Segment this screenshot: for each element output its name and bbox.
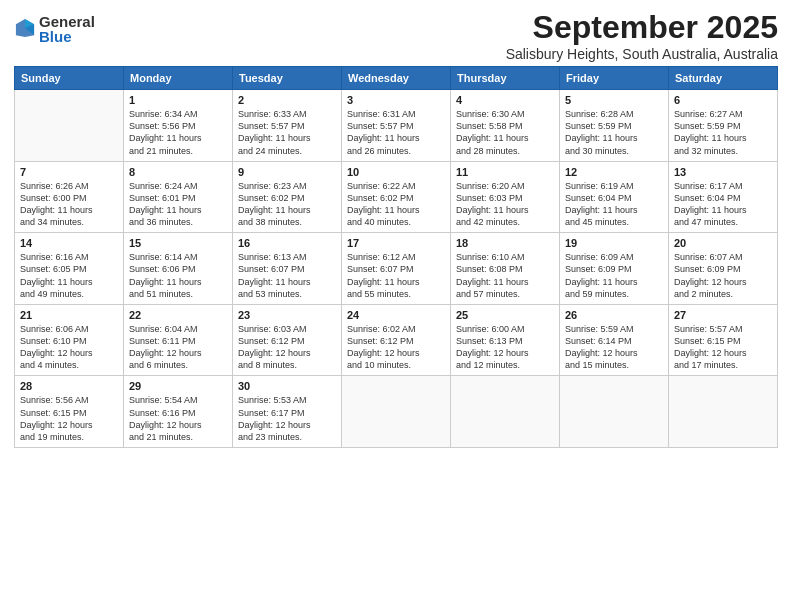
day-number: 23 bbox=[238, 309, 336, 321]
calendar-cell: 22Sunrise: 6:04 AMSunset: 6:11 PMDayligh… bbox=[124, 304, 233, 376]
day-info: Sunrise: 6:34 AMSunset: 5:56 PMDaylight:… bbox=[129, 108, 227, 157]
calendar-cell: 21Sunrise: 6:06 AMSunset: 6:10 PMDayligh… bbox=[15, 304, 124, 376]
day-number: 29 bbox=[129, 380, 227, 392]
calendar-header-wednesday: Wednesday bbox=[342, 67, 451, 90]
day-info: Sunrise: 6:27 AMSunset: 5:59 PMDaylight:… bbox=[674, 108, 772, 157]
day-info: Sunrise: 6:14 AMSunset: 6:06 PMDaylight:… bbox=[129, 251, 227, 300]
calendar-cell: 4Sunrise: 6:30 AMSunset: 5:58 PMDaylight… bbox=[451, 90, 560, 162]
day-number: 7 bbox=[20, 166, 118, 178]
calendar-cell: 11Sunrise: 6:20 AMSunset: 6:03 PMDayligh… bbox=[451, 161, 560, 233]
day-number: 17 bbox=[347, 237, 445, 249]
calendar-week-row-5: 28Sunrise: 5:56 AMSunset: 6:15 PMDayligh… bbox=[15, 376, 778, 448]
calendar-header-saturday: Saturday bbox=[669, 67, 778, 90]
calendar-cell: 8Sunrise: 6:24 AMSunset: 6:01 PMDaylight… bbox=[124, 161, 233, 233]
day-number: 16 bbox=[238, 237, 336, 249]
calendar-cell: 13Sunrise: 6:17 AMSunset: 6:04 PMDayligh… bbox=[669, 161, 778, 233]
calendar-cell: 14Sunrise: 6:16 AMSunset: 6:05 PMDayligh… bbox=[15, 233, 124, 305]
calendar-subtitle: Salisbury Heights, South Australia, Aust… bbox=[506, 46, 778, 62]
day-number: 18 bbox=[456, 237, 554, 249]
day-info: Sunrise: 6:30 AMSunset: 5:58 PMDaylight:… bbox=[456, 108, 554, 157]
calendar-cell: 15Sunrise: 6:14 AMSunset: 6:06 PMDayligh… bbox=[124, 233, 233, 305]
day-info: Sunrise: 6:33 AMSunset: 5:57 PMDaylight:… bbox=[238, 108, 336, 157]
day-info: Sunrise: 6:22 AMSunset: 6:02 PMDaylight:… bbox=[347, 180, 445, 229]
calendar-cell bbox=[560, 376, 669, 448]
day-number: 22 bbox=[129, 309, 227, 321]
day-number: 19 bbox=[565, 237, 663, 249]
day-info: Sunrise: 6:03 AMSunset: 6:12 PMDaylight:… bbox=[238, 323, 336, 372]
day-info: Sunrise: 6:19 AMSunset: 6:04 PMDaylight:… bbox=[565, 180, 663, 229]
day-info: Sunrise: 6:28 AMSunset: 5:59 PMDaylight:… bbox=[565, 108, 663, 157]
calendar-week-row-2: 7Sunrise: 6:26 AMSunset: 6:00 PMDaylight… bbox=[15, 161, 778, 233]
title-block: September 2025 Salisbury Heights, South … bbox=[506, 10, 778, 62]
day-number: 9 bbox=[238, 166, 336, 178]
header: General Blue September 2025 Salisbury He… bbox=[14, 10, 778, 62]
day-number: 5 bbox=[565, 94, 663, 106]
calendar-cell: 25Sunrise: 6:00 AMSunset: 6:13 PMDayligh… bbox=[451, 304, 560, 376]
day-info: Sunrise: 6:13 AMSunset: 6:07 PMDaylight:… bbox=[238, 251, 336, 300]
day-info: Sunrise: 6:20 AMSunset: 6:03 PMDaylight:… bbox=[456, 180, 554, 229]
day-info: Sunrise: 6:26 AMSunset: 6:00 PMDaylight:… bbox=[20, 180, 118, 229]
day-info: Sunrise: 5:59 AMSunset: 6:14 PMDaylight:… bbox=[565, 323, 663, 372]
calendar-title: September 2025 bbox=[506, 10, 778, 45]
calendar-cell: 12Sunrise: 6:19 AMSunset: 6:04 PMDayligh… bbox=[560, 161, 669, 233]
day-info: Sunrise: 5:57 AMSunset: 6:15 PMDaylight:… bbox=[674, 323, 772, 372]
calendar-cell: 1Sunrise: 6:34 AMSunset: 5:56 PMDaylight… bbox=[124, 90, 233, 162]
logo-blue-text: Blue bbox=[39, 29, 95, 46]
day-info: Sunrise: 6:16 AMSunset: 6:05 PMDaylight:… bbox=[20, 251, 118, 300]
day-info: Sunrise: 6:02 AMSunset: 6:12 PMDaylight:… bbox=[347, 323, 445, 372]
calendar-cell: 17Sunrise: 6:12 AMSunset: 6:07 PMDayligh… bbox=[342, 233, 451, 305]
calendar-cell: 27Sunrise: 5:57 AMSunset: 6:15 PMDayligh… bbox=[669, 304, 778, 376]
day-number: 10 bbox=[347, 166, 445, 178]
calendar-cell bbox=[451, 376, 560, 448]
calendar-cell: 16Sunrise: 6:13 AMSunset: 6:07 PMDayligh… bbox=[233, 233, 342, 305]
logo-icon bbox=[15, 17, 35, 39]
day-number: 25 bbox=[456, 309, 554, 321]
day-info: Sunrise: 6:12 AMSunset: 6:07 PMDaylight:… bbox=[347, 251, 445, 300]
calendar-header-tuesday: Tuesday bbox=[233, 67, 342, 90]
calendar-cell: 18Sunrise: 6:10 AMSunset: 6:08 PMDayligh… bbox=[451, 233, 560, 305]
calendar-cell: 6Sunrise: 6:27 AMSunset: 5:59 PMDaylight… bbox=[669, 90, 778, 162]
day-number: 26 bbox=[565, 309, 663, 321]
day-number: 27 bbox=[674, 309, 772, 321]
day-info: Sunrise: 5:53 AMSunset: 6:17 PMDaylight:… bbox=[238, 394, 336, 443]
day-number: 6 bbox=[674, 94, 772, 106]
day-number: 30 bbox=[238, 380, 336, 392]
page: General Blue September 2025 Salisbury He… bbox=[0, 0, 792, 612]
calendar-header-sunday: Sunday bbox=[15, 67, 124, 90]
calendar-cell: 20Sunrise: 6:07 AMSunset: 6:09 PMDayligh… bbox=[669, 233, 778, 305]
calendar-header-thursday: Thursday bbox=[451, 67, 560, 90]
calendar-cell: 28Sunrise: 5:56 AMSunset: 6:15 PMDayligh… bbox=[15, 376, 124, 448]
day-info: Sunrise: 6:09 AMSunset: 6:09 PMDaylight:… bbox=[565, 251, 663, 300]
calendar-cell bbox=[342, 376, 451, 448]
calendar-cell: 26Sunrise: 5:59 AMSunset: 6:14 PMDayligh… bbox=[560, 304, 669, 376]
day-number: 14 bbox=[20, 237, 118, 249]
calendar-cell: 23Sunrise: 6:03 AMSunset: 6:12 PMDayligh… bbox=[233, 304, 342, 376]
calendar-cell: 19Sunrise: 6:09 AMSunset: 6:09 PMDayligh… bbox=[560, 233, 669, 305]
day-info: Sunrise: 6:07 AMSunset: 6:09 PMDaylight:… bbox=[674, 251, 772, 300]
day-info: Sunrise: 6:00 AMSunset: 6:13 PMDaylight:… bbox=[456, 323, 554, 372]
day-number: 28 bbox=[20, 380, 118, 392]
calendar-cell: 7Sunrise: 6:26 AMSunset: 6:00 PMDaylight… bbox=[15, 161, 124, 233]
day-number: 8 bbox=[129, 166, 227, 178]
day-number: 1 bbox=[129, 94, 227, 106]
calendar-cell: 5Sunrise: 6:28 AMSunset: 5:59 PMDaylight… bbox=[560, 90, 669, 162]
day-number: 13 bbox=[674, 166, 772, 178]
day-number: 20 bbox=[674, 237, 772, 249]
day-info: Sunrise: 6:31 AMSunset: 5:57 PMDaylight:… bbox=[347, 108, 445, 157]
logo: General Blue bbox=[14, 14, 95, 45]
day-number: 3 bbox=[347, 94, 445, 106]
calendar-header-row: SundayMondayTuesdayWednesdayThursdayFrid… bbox=[15, 67, 778, 90]
calendar-header-monday: Monday bbox=[124, 67, 233, 90]
calendar-week-row-4: 21Sunrise: 6:06 AMSunset: 6:10 PMDayligh… bbox=[15, 304, 778, 376]
day-number: 24 bbox=[347, 309, 445, 321]
day-info: Sunrise: 5:56 AMSunset: 6:15 PMDaylight:… bbox=[20, 394, 118, 443]
calendar-cell bbox=[15, 90, 124, 162]
day-number: 15 bbox=[129, 237, 227, 249]
day-info: Sunrise: 5:54 AMSunset: 6:16 PMDaylight:… bbox=[129, 394, 227, 443]
calendar-cell: 10Sunrise: 6:22 AMSunset: 6:02 PMDayligh… bbox=[342, 161, 451, 233]
day-info: Sunrise: 6:17 AMSunset: 6:04 PMDaylight:… bbox=[674, 180, 772, 229]
day-info: Sunrise: 6:10 AMSunset: 6:08 PMDaylight:… bbox=[456, 251, 554, 300]
calendar-cell: 2Sunrise: 6:33 AMSunset: 5:57 PMDaylight… bbox=[233, 90, 342, 162]
calendar-cell: 3Sunrise: 6:31 AMSunset: 5:57 PMDaylight… bbox=[342, 90, 451, 162]
calendar-week-row-1: 1Sunrise: 6:34 AMSunset: 5:56 PMDaylight… bbox=[15, 90, 778, 162]
